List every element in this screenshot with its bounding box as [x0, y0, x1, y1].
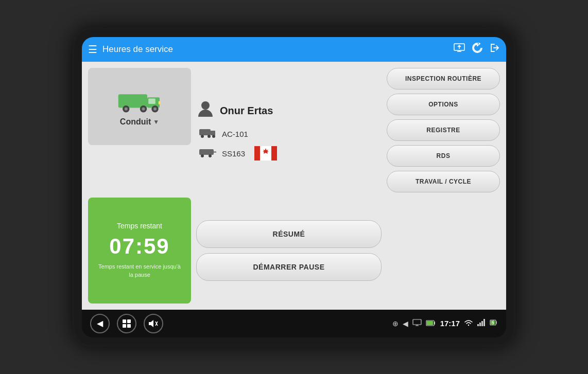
driver-name: Onur Ertas	[220, 105, 273, 117]
start-pause-button[interactable]: DÉMARRER PAUSE	[196, 253, 382, 281]
right-button-panel: INSPECTION ROUTIÈRE OPTIONS REGISTRE RDS…	[387, 68, 500, 192]
svg-point-20	[209, 154, 212, 157]
dropdown-arrow-icon: ▼	[153, 118, 159, 126]
options-button[interactable]: OPTIONS	[387, 94, 500, 115]
svg-rect-24	[123, 319, 126, 323]
driver-name-row: Onur Ertas	[196, 99, 382, 122]
vehicle-row: AC-101	[196, 127, 382, 141]
app-bar: ☰ Heures de service	[82, 37, 506, 62]
resume-button[interactable]: RÉSUMÉ	[196, 220, 382, 248]
svg-point-5	[125, 108, 128, 111]
svg-rect-13	[211, 131, 215, 135]
person-icon	[196, 99, 215, 122]
right-spacer	[387, 198, 500, 304]
svg-rect-12	[199, 129, 211, 135]
network-icon	[477, 319, 486, 328]
register-button[interactable]: REGISTRE	[387, 119, 500, 141]
svg-rect-34	[427, 321, 433, 325]
country-flag	[254, 146, 277, 161]
svg-rect-38	[483, 319, 485, 326]
trailer-icon	[198, 147, 217, 161]
exit-icon[interactable]	[490, 43, 500, 56]
svg-rect-25	[127, 319, 131, 323]
battery-icon	[426, 319, 436, 328]
battery-charging-icon	[490, 319, 498, 328]
signal-icon: ◀	[403, 319, 408, 328]
svg-point-7	[142, 108, 145, 111]
driver-info-panel: Onur Ertas AC-101	[196, 68, 382, 192]
tablet-device: ☰ Heures de service	[73, 28, 515, 347]
vehicle-icon	[198, 127, 217, 141]
app-bar-actions	[454, 43, 500, 56]
svg-rect-21	[254, 146, 260, 161]
top-row: Conduit ▼ Onur Ertas	[88, 68, 500, 192]
svg-rect-35	[477, 324, 479, 326]
svg-point-11	[201, 101, 210, 110]
svg-rect-30	[413, 319, 421, 325]
bottom-navigation-bar: ◀ ⊕	[82, 310, 506, 337]
svg-rect-27	[127, 324, 131, 328]
svg-point-14	[201, 135, 204, 138]
truck-icon	[116, 86, 163, 114]
back-button[interactable]: ◀	[90, 314, 110, 333]
timer-card: Temps restant 07:59 Temps restant en ser…	[88, 198, 191, 304]
svg-rect-3	[148, 99, 155, 104]
timer-value: 07:59	[109, 234, 169, 259]
svg-rect-36	[479, 323, 481, 326]
nav-buttons-group: ◀	[90, 314, 163, 333]
app-title: Heures de service	[102, 44, 454, 55]
svg-point-16	[212, 135, 215, 138]
svg-point-9	[153, 108, 157, 111]
trailer-row: SS163	[196, 146, 382, 161]
svg-point-19	[201, 154, 204, 157]
inspection-button[interactable]: INSPECTION ROUTIÈRE	[387, 68, 500, 90]
timer-sublabel: Temps restant en service jusqu'à la paus…	[96, 263, 183, 279]
driver-status-label[interactable]: Conduit ▼	[120, 117, 159, 127]
trailer-id: SS163	[222, 149, 245, 158]
svg-rect-10	[159, 101, 161, 104]
volume-button[interactable]	[144, 314, 163, 333]
truck-icon-wrapper	[116, 86, 163, 114]
status-time: 17:17	[440, 319, 460, 328]
svg-rect-26	[123, 324, 126, 328]
work-cycle-button[interactable]: TRAVAIL / CYCLE	[387, 171, 500, 192]
location-icon: ⊕	[392, 319, 399, 328]
bottom-row: Temps restant 07:59 Temps restant en ser…	[88, 198, 500, 304]
driver-status-card: Conduit ▼	[88, 68, 191, 145]
screen-share-icon[interactable]	[454, 43, 465, 55]
refresh-icon[interactable]	[472, 43, 482, 56]
tablet-screen: ☰ Heures de service	[82, 37, 506, 337]
rds-button[interactable]: RDS	[387, 145, 500, 167]
vehicle-id: AC-101	[222, 130, 248, 138]
status-bar-right: ⊕ ◀ 17:17	[392, 319, 498, 328]
screen-icon	[412, 319, 422, 328]
wifi-icon	[464, 319, 473, 328]
menu-icon[interactable]: ☰	[88, 43, 97, 56]
svg-point-15	[207, 135, 211, 138]
svg-rect-17	[199, 149, 214, 155]
timer-label: Temps restant	[117, 222, 162, 230]
svg-rect-37	[481, 321, 483, 326]
home-button[interactable]	[117, 314, 136, 333]
main-content: Conduit ▼ Onur Ertas	[82, 62, 506, 310]
svg-rect-23	[271, 146, 277, 161]
center-button-panel: RÉSUMÉ DÉMARRER PAUSE	[196, 198, 382, 304]
